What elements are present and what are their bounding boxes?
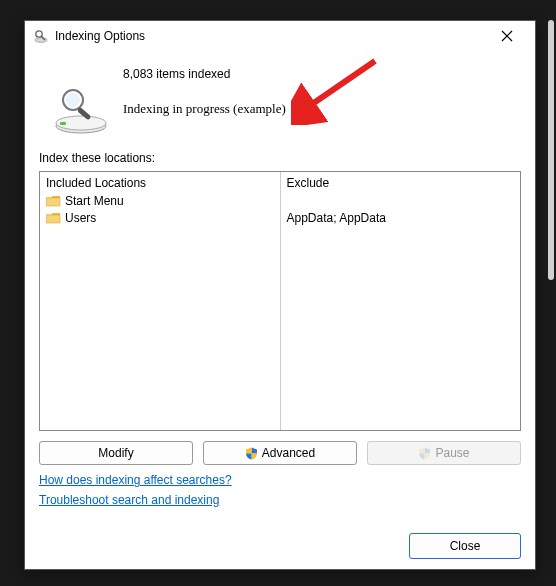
included-column: Included Locations Start Menu Users [40, 172, 281, 430]
shield-icon [418, 447, 431, 460]
magnifier-drive-icon [33, 28, 49, 44]
svg-rect-14 [47, 215, 61, 223]
troubleshoot-link[interactable]: Troubleshoot search and indexing [39, 493, 219, 507]
annotation-arrow-icon [291, 55, 381, 125]
svg-point-9 [66, 93, 80, 107]
list-item[interactable]: Users [46, 209, 274, 226]
content-area: 8,083 items indexed Indexing in progress… [25, 51, 535, 569]
footer: Close [39, 525, 521, 559]
locations-label: Index these locations: [39, 151, 521, 165]
exclude-value: AppData; AppData [287, 211, 386, 225]
advanced-button[interactable]: Advanced [203, 441, 357, 465]
affect-searches-link[interactable]: How does indexing affect searches? [39, 473, 232, 487]
button-label: Advanced [262, 446, 315, 460]
window-title: Indexing Options [55, 29, 487, 43]
button-label: Pause [435, 446, 469, 460]
included-header: Included Locations [46, 176, 274, 192]
list-item: AppData; AppData [287, 209, 515, 226]
modify-button[interactable]: Modify [39, 441, 193, 465]
list-item-label: Start Menu [65, 194, 124, 208]
folder-icon [46, 212, 61, 224]
button-label: Modify [98, 446, 133, 460]
svg-rect-7 [60, 122, 66, 125]
indexing-options-window: Indexing Options 8,083 items indexed Ind… [24, 20, 536, 570]
search-drive-icon [53, 85, 109, 135]
svg-point-0 [35, 38, 47, 43]
window-close-button[interactable] [487, 22, 527, 50]
exclude-header: Exclude [287, 176, 515, 192]
button-row: Modify Advanced [39, 441, 521, 465]
svg-line-12 [305, 61, 375, 109]
page-scrollbar[interactable] [548, 20, 554, 280]
button-label: Close [450, 539, 481, 553]
list-item [287, 192, 515, 209]
shield-icon [245, 447, 258, 460]
titlebar: Indexing Options [25, 21, 535, 51]
close-button[interactable]: Close [409, 533, 521, 559]
list-item[interactable]: Start Menu [46, 192, 274, 209]
list-item-label: Users [65, 211, 96, 225]
status-block: 8,083 items indexed Indexing in progress… [39, 55, 521, 151]
pause-button: Pause [367, 441, 521, 465]
locations-list[interactable]: Included Locations Start Menu Users [39, 171, 521, 431]
exclude-column: Exclude AppData; AppData [281, 172, 521, 430]
svg-rect-13 [47, 198, 61, 206]
indexing-status: Indexing in progress (example) [123, 101, 286, 117]
indexed-count: 8,083 items indexed [123, 67, 230, 81]
folder-icon [46, 195, 61, 207]
